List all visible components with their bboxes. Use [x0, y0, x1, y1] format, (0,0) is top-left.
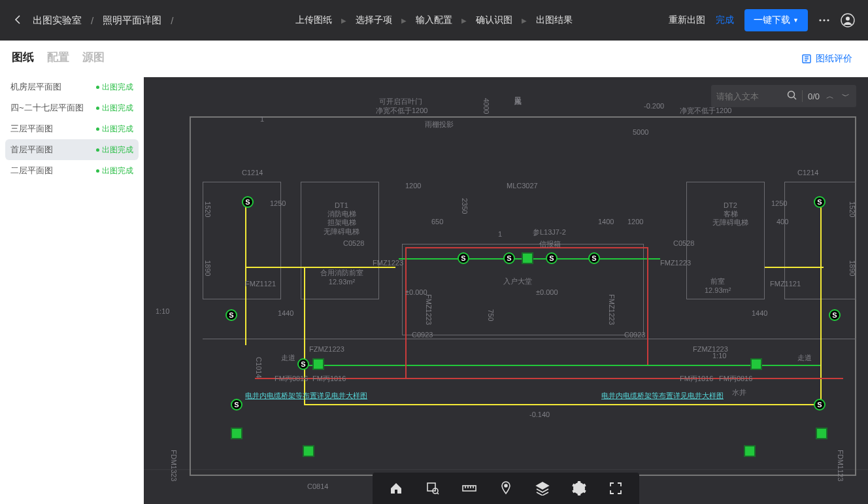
- settings-icon[interactable]: [570, 479, 588, 497]
- review-label: 图纸评价: [816, 53, 852, 65]
- search-count: 0/0: [808, 92, 820, 101]
- dim-5000: 5000: [633, 128, 648, 136]
- c0528-r: C0528: [673, 239, 694, 247]
- dim-1440-r: 1440: [752, 309, 767, 317]
- review-drawing-button[interactable]: 图纸评价: [801, 53, 852, 65]
- svg-point-1: [823, 19, 825, 21]
- more-icon[interactable]: [818, 14, 830, 26]
- fmz-l: FMZ1223: [373, 259, 403, 267]
- fzmz-r: FZMZ1223: [693, 345, 728, 353]
- fmz-r: FMZ1223: [660, 259, 691, 267]
- search-prev-icon[interactable]: ︿: [825, 91, 835, 102]
- fullscreen-icon[interactable]: [607, 479, 625, 497]
- body: 图纸 配置 源图 机房层平面图 出图完成 四~二十七层平面图 出图完成 三层平面…: [0, 41, 868, 504]
- search-input[interactable]: [716, 92, 782, 101]
- fm-left: FM丙0816: [275, 374, 308, 384]
- tab-config[interactable]: 配置: [47, 50, 69, 65]
- canvas-topstrip: 图纸评价: [144, 41, 868, 77]
- label-1: 1: [260, 115, 264, 123]
- svg-rect-8: [427, 483, 435, 491]
- dt1-l2: 消防电梯: [324, 210, 359, 218]
- tab-drawing[interactable]: 图纸: [12, 50, 34, 65]
- crumb-sep: /: [171, 15, 173, 26]
- layers-icon[interactable]: [533, 479, 552, 497]
- svg-point-4: [846, 17, 850, 21]
- divider: [802, 90, 803, 102]
- list-item[interactable]: 二层平面图 出图完成: [0, 160, 144, 181]
- done-button[interactable]: 完成: [716, 14, 734, 26]
- pin-icon[interactable]: [497, 479, 515, 497]
- elev-r: ±0.000: [536, 288, 558, 296]
- viewer-toolbar: [373, 473, 639, 504]
- chevron-right-icon: ▶: [461, 17, 467, 24]
- mlc: MLC3027: [507, 182, 538, 190]
- dim-1250: 1250: [270, 199, 286, 207]
- top-actions: 重新出图 完成 一键下载 ▼: [669, 9, 855, 31]
- tab-source[interactable]: 源图: [82, 50, 105, 65]
- step-select[interactable]: 选择子项: [356, 14, 392, 26]
- door-note2: 净宽不低于1200: [376, 106, 427, 116]
- svg-point-2: [827, 19, 829, 21]
- dt1-l3: 担架电梯: [324, 218, 359, 227]
- fmz1121-r: FMZ1121: [770, 280, 801, 288]
- home-icon[interactable]: [387, 479, 405, 497]
- sidebar-tabs: 图纸 配置 源图: [0, 41, 144, 71]
- c0923-l: C0923: [412, 331, 433, 339]
- search-next-icon[interactable]: ﹀: [841, 91, 851, 102]
- elev-l: ±0.000: [405, 288, 427, 296]
- fdm-l: FDM1323: [170, 450, 178, 481]
- dim-2350: 2350: [461, 198, 469, 214]
- item-status: 出图完成: [96, 103, 133, 114]
- fmz-mid: FMZ1223: [425, 294, 433, 325]
- drawing-list: 机房层平面图 出图完成 四~二十七层平面图 出图完成 三层平面图 出图完成 首层…: [0, 71, 144, 186]
- search-icon[interactable]: [787, 90, 797, 102]
- dim-750: 750: [487, 309, 495, 321]
- svg-point-0: [819, 19, 821, 21]
- re-export-button[interactable]: 重新出图: [669, 14, 705, 26]
- fmz1121-l: FMZ1121: [245, 280, 276, 288]
- step-confirm[interactable]: 确认识图: [476, 14, 512, 26]
- back-icon[interactable]: [13, 14, 24, 27]
- workflow-steps: 上传图纸▶ 选择子项▶ 输入配置▶ 确认识图▶ 出图结果: [295, 14, 573, 26]
- dim-1250-r: 1250: [771, 199, 787, 207]
- item-name: 机房层平面图: [10, 81, 61, 93]
- list-item[interactable]: 首层平面图 出图完成: [5, 139, 139, 160]
- dt2-title: DT2: [712, 201, 748, 210]
- crumb-lab[interactable]: 出图实验室: [33, 14, 82, 27]
- download-button[interactable]: 一键下载 ▼: [744, 9, 808, 31]
- svg-rect-10: [463, 486, 476, 491]
- fire-area: 12.93m²: [320, 278, 363, 286]
- chevron-right-icon: ▶: [522, 17, 527, 24]
- step-upload[interactable]: 上传图纸: [295, 14, 332, 26]
- fmz-mid2: FMZ1223: [608, 294, 616, 325]
- level-minus-r: -0.200: [644, 102, 664, 110]
- dim-1440: 1440: [278, 309, 293, 317]
- dim-1890: 1890: [204, 260, 212, 276]
- c1014: C1014: [255, 357, 263, 378]
- ref: 参L13J7-2: [533, 227, 566, 237]
- zoom-region-icon[interactable]: [424, 479, 442, 497]
- step-config[interactable]: 输入配置: [416, 14, 452, 26]
- dim-1890-r: 1890: [848, 260, 856, 276]
- measure-icon[interactable]: [460, 479, 478, 497]
- cyan-note-l: 电井内电缆桥架等布置详见电井大样图: [245, 391, 367, 401]
- cyan-note-r: 电井内电缆桥架等布置详见电井大样图: [601, 391, 724, 401]
- crumb-page[interactable]: 照明平面详图: [103, 14, 161, 27]
- cad-viewer[interactable]: S S S S S S S S S S S: [144, 77, 868, 504]
- fire-room: 合用消防前室: [320, 268, 363, 278]
- item-name: 二层平面图: [10, 165, 53, 176]
- lobby-title: 入户大堂: [503, 277, 532, 286]
- c0814: C0814: [307, 482, 328, 490]
- sidebar: 图纸 配置 源图 机房层平面图 出图完成 四~二十七层平面图 出图完成 三层平面…: [0, 41, 144, 504]
- list-item[interactable]: 四~二十七层平面图 出图完成: [0, 97, 144, 118]
- user-icon[interactable]: [841, 13, 855, 27]
- step-result[interactable]: 出图结果: [536, 14, 573, 26]
- fm-left2: FM丙1016: [312, 374, 346, 384]
- item-status: 出图完成: [96, 82, 133, 93]
- list-item[interactable]: 三层平面图 出图完成: [0, 118, 144, 139]
- canvas-area: 图纸评价: [144, 41, 868, 504]
- c1214-r: C1214: [797, 169, 818, 176]
- svg-rect-7: [395, 490, 397, 494]
- list-item[interactable]: 机房层平面图 出图完成: [0, 76, 144, 97]
- dim-1200r: 1200: [627, 218, 643, 226]
